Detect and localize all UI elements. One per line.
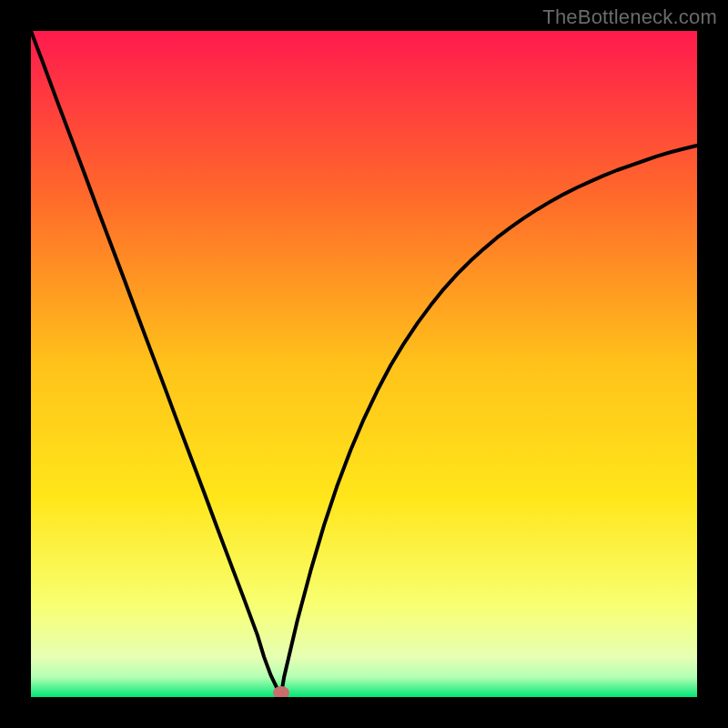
optimal-point-marker xyxy=(273,686,289,697)
plot-area xyxy=(31,31,697,697)
chart-frame: TheBottleneck.com xyxy=(0,0,728,728)
watermark-text: TheBottleneck.com xyxy=(542,5,717,29)
bottleneck-curve xyxy=(31,31,697,697)
